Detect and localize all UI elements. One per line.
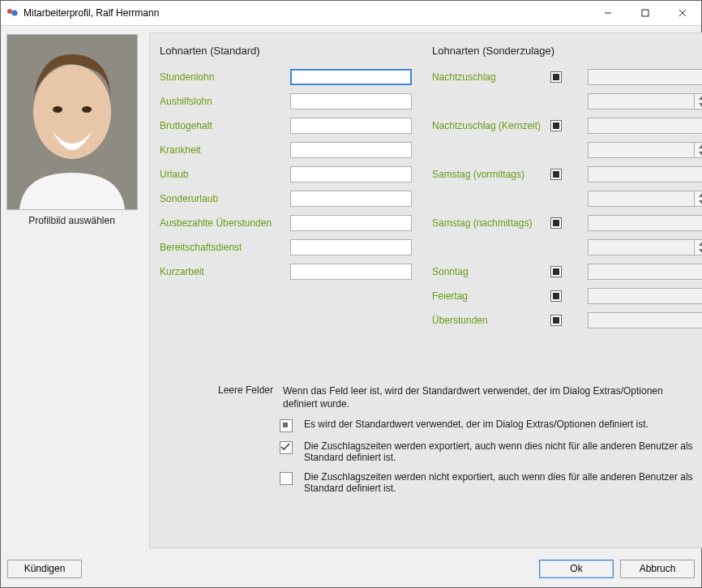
spinner-buttons[interactable] [694, 191, 702, 206]
field-label: Sonntag [432, 266, 546, 277]
spin-up-icon[interactable] [695, 143, 702, 150]
ok-button[interactable]: Ok [539, 560, 614, 578]
spin-down-icon[interactable] [695, 199, 702, 206]
field-label: Bereitschaftsdienst [160, 242, 285, 253]
tristate-checkbox[interactable] [550, 120, 562, 131]
cancel-button[interactable]: Abbruch [620, 560, 695, 578]
standard-row: Stundenlohn [160, 68, 427, 86]
surcharge-spinner-field [588, 239, 702, 255]
standard-row: Sonderurlaub [160, 190, 427, 208]
field-label: Stundenlohn [160, 71, 285, 83]
svg-rect-2 [642, 10, 648, 16]
surcharge-spinner-row [432, 190, 700, 208]
standard-row: Krankheit [160, 141, 427, 159]
titlebar: Mitarbeiterprofil, Ralf Herrmann [1, 1, 701, 26]
wage-input[interactable] [290, 118, 412, 134]
tristate-checkbox[interactable] [550, 290, 562, 302]
field-label: Samstag (nachmittags) [432, 217, 546, 229]
spinner-buttons[interactable] [694, 143, 702, 157]
field-label: Urlaub [160, 169, 285, 180]
wage-input[interactable] [290, 142, 412, 158]
surcharge-value [588, 166, 702, 182]
tristate-checkbox[interactable] [550, 169, 562, 180]
explain-row: Die Zuschlagszeiten werden exportiert, a… [160, 440, 700, 463]
surcharge-row: Nachtzuschlag [432, 68, 700, 86]
profile-photo-caption: Profilbild auswählen [28, 215, 115, 226]
surcharge-spinner-field [588, 191, 702, 207]
surcharge-spinner[interactable] [588, 142, 702, 158]
surcharge-spinner-row [432, 92, 700, 110]
spin-down-icon[interactable] [695, 150, 702, 157]
wage-input[interactable] [290, 239, 412, 255]
explain-row: Die Zuschlagszeiten werden nicht exporti… [160, 471, 700, 494]
wage-input[interactable] [290, 69, 412, 85]
field-label: Bruttogehalt [160, 120, 285, 131]
wage-input[interactable] [290, 215, 412, 231]
svg-point-5 [53, 106, 62, 113]
wage-input[interactable] [290, 191, 412, 207]
minimize-button[interactable] [589, 1, 627, 25]
field-label: Überstunden [432, 315, 546, 326]
spinner-buttons[interactable] [694, 94, 702, 109]
explain-block: Leere Felder Wenn das Feld leer ist, wir… [160, 384, 700, 410]
surcharge-value [588, 288, 702, 304]
spin-up-icon[interactable] [695, 94, 702, 101]
field-label: Sonderurlaub [160, 193, 285, 204]
bottom-bar: Kündigen Ok Abbruch [1, 555, 701, 587]
main-panel: Lohnarten (Standard) StundenlohnAushilfs… [149, 32, 702, 548]
legend-checkbox [280, 419, 293, 432]
surcharge-row: Sonntag [432, 263, 700, 281]
svg-point-0 [7, 9, 12, 14]
surcharge-value [588, 215, 702, 231]
standard-row: Urlaub [160, 165, 427, 183]
surcharge-row: Nachtzuschlag (Kernzeit) [432, 117, 700, 135]
legend-checkbox [280, 441, 293, 454]
spin-down-icon[interactable] [695, 101, 702, 109]
surcharge-value [588, 312, 702, 328]
client-area: Profilbild auswählen Lohnarten (Standard… [1, 26, 701, 587]
standard-column: Lohnarten (Standard) StundenlohnAushilfs… [160, 45, 427, 336]
tristate-checkbox[interactable] [550, 71, 562, 83]
tristate-checkbox[interactable] [550, 217, 562, 229]
explain-row: Es wird der Standardwert verwendet, der … [160, 418, 700, 432]
standard-row: Bruttogehalt [160, 117, 427, 135]
standard-row: Bereitschaftsdienst [160, 238, 427, 256]
legend-checkbox [280, 472, 293, 485]
field-label: Aushilfslohn [160, 96, 285, 107]
surcharge-spinner[interactable] [588, 93, 702, 109]
wage-input[interactable] [290, 93, 412, 109]
maximize-button[interactable] [627, 1, 664, 25]
left-column: Profilbild auswählen [1, 26, 143, 555]
wage-input[interactable] [290, 166, 412, 182]
surcharge-spinner-row [432, 141, 700, 159]
close-button[interactable] [664, 1, 701, 25]
explain-text: Die Zuschlagszeiten werden nicht exporti… [304, 471, 700, 494]
surcharge-spinner-row [432, 238, 700, 256]
explain-text: Die Zuschlagszeiten werden exportiert, a… [304, 440, 700, 463]
wage-input[interactable] [290, 264, 412, 280]
window-title: Mitarbeiterprofil, Ralf Herrmann [24, 7, 159, 19]
surcharge-spinner[interactable] [588, 191, 702, 207]
field-label: Ausbezahlte Überstunden [160, 217, 285, 229]
explain-intro: Wenn das Feld leer ist, wird der Standar… [283, 384, 700, 410]
tristate-checkbox[interactable] [550, 266, 562, 277]
profile-photo[interactable] [6, 34, 138, 210]
surcharge-row: Samstag (vormittags) [432, 165, 700, 183]
spin-up-icon[interactable] [695, 240, 702, 247]
explain-text: Es wird der Standardwert verwendet, der … [304, 418, 700, 430]
field-label: Samstag (vormittags) [432, 169, 546, 180]
spinner-buttons[interactable] [694, 240, 702, 255]
surcharge-row: Feiertag [432, 287, 700, 305]
field-label: Nachtzuschlag [432, 71, 546, 83]
employee-profile-window: Mitarbeiterprofil, Ralf Herrmann [0, 0, 702, 588]
field-label: Feiertag [432, 290, 546, 302]
svg-point-6 [82, 106, 92, 113]
spin-up-icon[interactable] [695, 191, 702, 199]
surcharge-row: Samstag (nachmittags) [432, 214, 700, 232]
tristate-checkbox[interactable] [550, 315, 562, 326]
surcharge-spinner[interactable] [588, 239, 702, 255]
center-wrap: Lohnarten (Standard) StundenlohnAushilfs… [143, 26, 702, 555]
surcharge-row: Überstunden [432, 311, 700, 329]
terminate-button[interactable]: Kündigen [7, 560, 82, 578]
spin-down-icon[interactable] [695, 247, 702, 255]
